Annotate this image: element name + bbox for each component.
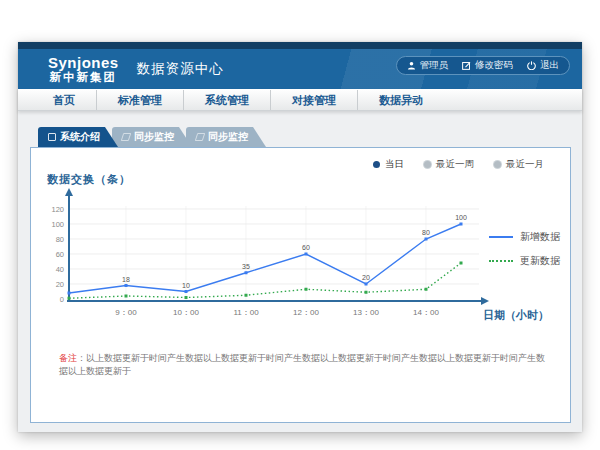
radio-label: 当日 <box>385 158 404 171</box>
svg-text:11：00: 11：00 <box>233 308 259 317</box>
svg-text:60: 60 <box>302 244 310 251</box>
svg-text:18: 18 <box>122 276 130 283</box>
tab-label: 同步监控 <box>208 130 248 144</box>
footnote: 备注：以上数据更新于时间产生数据以上数据更新于时间产生数据以上数据更新于时间产生… <box>59 352 549 377</box>
radio-today[interactable]: 当日 <box>373 158 404 171</box>
tab-label: 同步监控 <box>134 130 174 144</box>
svg-text:100: 100 <box>51 220 64 229</box>
legend-label: 更新数据 <box>520 254 560 268</box>
svg-text:80: 80 <box>422 229 430 236</box>
logout-label: 退出 <box>540 59 559 72</box>
svg-text:10: 10 <box>182 282 190 289</box>
tab-sync-monitor-1[interactable]: 同步监控 <box>112 127 192 147</box>
logo-brand-text: Synjones <box>48 55 119 71</box>
tab-sync-monitor-2[interactable]: 同步监控 <box>186 127 266 147</box>
svg-text:120: 120 <box>51 205 64 214</box>
radio-dot-icon <box>424 161 431 168</box>
nav-item-data-changes[interactable]: 数据异动 <box>357 90 444 110</box>
document-icon <box>48 133 56 141</box>
content-area: 系统介绍 同步监控 同步监控 当日 最近一周 <box>18 111 582 432</box>
nav-item-integration-mgmt[interactable]: 对接管理 <box>270 90 357 110</box>
tab-system-intro[interactable]: 系统介绍 <box>38 127 118 147</box>
company-logo: Synjones 新中新集团 <box>48 55 119 83</box>
power-icon <box>527 61 536 70</box>
svg-text:14：00: 14：00 <box>413 308 439 317</box>
legend-label: 新增数据 <box>520 230 560 244</box>
nav-item-home[interactable]: 首页 <box>32 90 96 110</box>
svg-text:0: 0 <box>60 295 64 304</box>
main-nav: 首页 标准管理 系统管理 对接管理 数据异动 <box>18 89 582 111</box>
user-toolbar: 管理员 修改密码 退出 <box>396 56 571 75</box>
edit-icon <box>462 61 471 70</box>
radio-last-week[interactable]: 最近一周 <box>424 158 474 171</box>
change-password-button[interactable]: 修改密码 <box>462 59 513 72</box>
footnote-text: ：以上数据更新于时间产生数据以上数据更新于时间产生数据以上数据更新于时间产生数据… <box>59 353 545 376</box>
app-window: Synjones 新中新集团 数据资源中心 管理员 修改密码 退出 首页 标准管… <box>18 42 582 432</box>
svg-text:100: 100 <box>455 214 467 221</box>
nav-item-standard-mgmt[interactable]: 标准管理 <box>96 90 183 110</box>
page-title: 数据资源中心 <box>137 60 224 78</box>
legend-updated-data[interactable]: 更新数据 <box>489 254 560 268</box>
green-dotted-swatch-icon <box>489 260 513 262</box>
svg-text:9：00: 9：00 <box>115 308 137 317</box>
tab-bar: 系统介绍 同步监控 同步监控 <box>38 127 582 147</box>
footnote-prefix: 备注 <box>59 353 77 363</box>
chart-panel: 当日 最近一周 最近一月 数据交换（条） 0204060801001209：00… <box>30 147 571 423</box>
svg-text:80: 80 <box>56 235 64 244</box>
svg-text:20: 20 <box>362 274 370 281</box>
line-chart: 0204060801001209：0010：0011：0012：0013：001… <box>49 184 497 324</box>
tab-label: 系统介绍 <box>60 130 100 144</box>
logout-button[interactable]: 退出 <box>527 59 559 72</box>
radio-label: 最近一月 <box>506 158 544 171</box>
svg-text:35: 35 <box>242 263 250 270</box>
app-header: Synjones 新中新集团 数据资源中心 管理员 修改密码 退出 <box>18 49 582 89</box>
radio-last-month[interactable]: 最近一月 <box>494 158 544 171</box>
blue-line-swatch-icon <box>489 236 513 238</box>
radio-label: 最近一周 <box>436 158 474 171</box>
user-name-label: 管理员 <box>420 59 449 72</box>
radio-dot-icon <box>373 161 380 168</box>
time-range-selector: 当日 最近一周 最近一月 <box>373 158 544 171</box>
monitor-icon <box>121 133 132 141</box>
nav-item-system-mgmt[interactable]: 系统管理 <box>183 90 270 110</box>
svg-text:13：00: 13：00 <box>353 308 379 317</box>
svg-text:10：00: 10：00 <box>173 308 199 317</box>
svg-text:12：00: 12：00 <box>293 308 319 317</box>
svg-text:40: 40 <box>56 265 64 274</box>
header-accent-strip <box>18 42 582 49</box>
chart-legend: 新增数据 更新数据 <box>489 230 560 268</box>
x-axis-title: 日期（小时） <box>483 308 549 323</box>
svg-text:20: 20 <box>56 280 64 289</box>
logo-company-name: 新中新集团 <box>48 71 119 83</box>
svg-text:60: 60 <box>56 250 64 259</box>
current-user[interactable]: 管理员 <box>407 59 449 72</box>
legend-new-data[interactable]: 新增数据 <box>489 230 560 244</box>
user-icon <box>407 61 416 70</box>
monitor-icon <box>195 133 206 141</box>
change-password-label: 修改密码 <box>475 59 513 72</box>
radio-dot-icon <box>494 161 501 168</box>
